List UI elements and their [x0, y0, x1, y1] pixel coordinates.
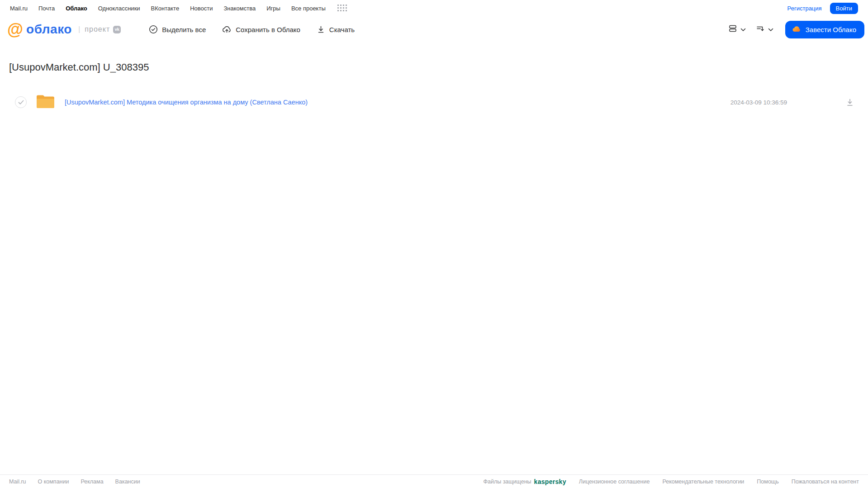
nav-odnoklassniki[interactable]: Одноклассники [98, 5, 140, 12]
kaspersky-protection: Файлы защищены kaspersky [483, 478, 566, 485]
sort-dropdown[interactable] [756, 24, 773, 35]
logo-divider: | [78, 25, 80, 34]
footer: Mail.ru О компании Реклама Вакансии Файл… [0, 474, 868, 488]
portal-nav: Mail.ru Почта Облако Одноклассники ВКонт… [10, 5, 347, 12]
footer-mailru-link[interactable]: Mail.ru [9, 479, 26, 485]
apps-grid-icon[interactable] [337, 5, 347, 12]
nav-all-projects[interactable]: Все проекты [291, 5, 326, 12]
row-checkbox[interactable] [15, 96, 27, 108]
main-content: [UsupovMarket.com] U_308395 [UsupovMarke… [0, 43, 868, 114]
chevron-down-icon [768, 25, 773, 33]
file-name-link[interactable]: [UsupovMarket.com] Методика очищения орг… [65, 99, 308, 106]
file-date: 2024-03-09 10:36:59 [730, 99, 787, 106]
nav-pochta[interactable]: Почта [38, 5, 55, 12]
cloud-logo[interactable]: @ облако | проект vk [7, 21, 121, 38]
check-circle-icon [149, 25, 158, 34]
cloud-logo-text: облако [26, 22, 72, 37]
nav-igry[interactable]: Игры [266, 5, 280, 12]
cloud-header: @ облако | проект vk Выделить все [0, 16, 868, 43]
row-download-icon[interactable] [846, 98, 854, 107]
page-title: [UsupovMarket.com] U_308395 [9, 62, 868, 73]
footer-left-links: Mail.ru О компании Реклама Вакансии [9, 479, 140, 485]
registration-link[interactable]: Регистрация [787, 5, 822, 12]
chevron-down-icon [740, 25, 746, 33]
list-view-icon [728, 24, 737, 35]
kaspersky-logo[interactable]: kaspersky [534, 478, 566, 485]
create-cloud-button[interactable]: Завести Облако [785, 21, 864, 38]
checkmark-icon [18, 100, 24, 105]
project-label: проект [85, 25, 110, 33]
view-mode-dropdown[interactable] [728, 24, 746, 35]
footer-license-link[interactable]: Лицензионное соглашение [579, 479, 650, 485]
nav-vkontakte[interactable]: ВКонтакте [151, 5, 180, 12]
save-to-cloud-button[interactable]: Сохранить в Облако [222, 25, 300, 34]
protected-text: Файлы защищены [483, 479, 531, 485]
nav-znakomstva[interactable]: Знакомства [223, 5, 256, 12]
footer-about-link[interactable]: О компании [38, 479, 69, 485]
select-all-button[interactable]: Выделить все [149, 25, 206, 34]
portal-topbar: Mail.ru Почта Облако Одноклассники ВКонт… [0, 0, 868, 16]
nav-novosti[interactable]: Новости [190, 5, 213, 12]
cloud-upload-icon [222, 25, 232, 34]
sort-icon [756, 24, 765, 35]
footer-recommend-tech-link[interactable]: Рекомендательные технологии [662, 479, 744, 485]
header-right-controls: Завести Облако [728, 21, 864, 38]
orange-cloud-icon [792, 24, 802, 35]
vk-badge-icon: vk [113, 26, 121, 33]
footer-report-content-link[interactable]: Пожаловаться на контент [792, 479, 859, 485]
mailru-at-icon: @ [7, 21, 23, 38]
download-button[interactable]: Скачать [317, 25, 355, 34]
auth-area: Регистрация Войти [787, 3, 858, 14]
login-button[interactable]: Войти [830, 3, 858, 14]
nav-oblako[interactable]: Облако [66, 5, 87, 12]
footer-help-link[interactable]: Помощь [757, 479, 778, 485]
folder-icon [35, 93, 56, 112]
download-icon [317, 25, 325, 34]
file-row[interactable]: [UsupovMarket.com] Методика очищения орг… [0, 90, 868, 114]
nav-mailru[interactable]: Mail.ru [10, 5, 28, 12]
footer-ads-link[interactable]: Реклама [81, 479, 103, 485]
file-toolbar: Выделить все Сохранить в Облако Скачат [149, 25, 355, 34]
footer-jobs-link[interactable]: Вакансии [115, 479, 140, 485]
footer-right-links: Файлы защищены kaspersky Лицензионное со… [483, 478, 859, 485]
